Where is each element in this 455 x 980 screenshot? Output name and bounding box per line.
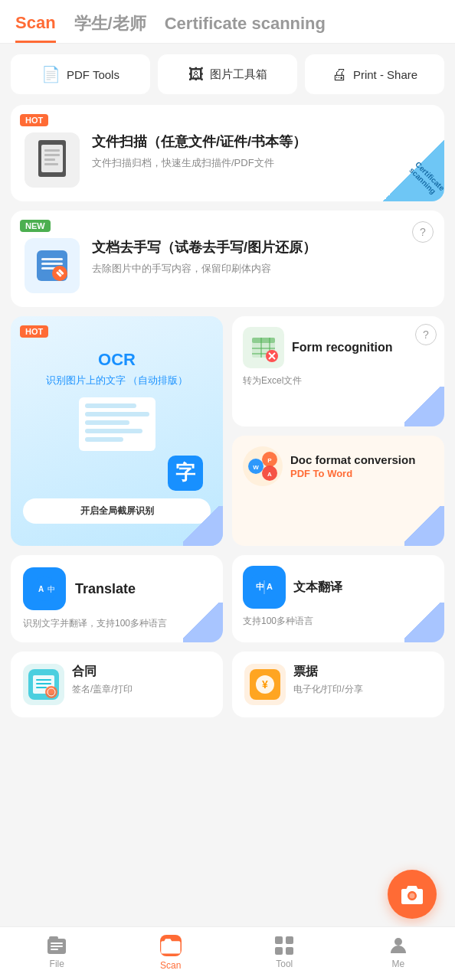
scanner-icon xyxy=(34,139,70,181)
svg-rect-38 xyxy=(36,679,51,681)
nav-tool[interactable]: Tool xyxy=(261,935,307,969)
new-badge: NEW xyxy=(20,220,51,232)
invoice-title: 票据 xyxy=(293,664,363,680)
svg-rect-7 xyxy=(41,258,63,260)
camera-fab-icon xyxy=(400,882,424,906)
nav-scan-label: Scan xyxy=(160,960,181,971)
contract-card[interactable]: 合同 签名/盖章/打印 xyxy=(11,652,223,717)
cert-ribbon-text: Certificatescanning xyxy=(408,160,444,198)
svg-rect-58 xyxy=(286,947,293,955)
remove-handwriting-text: 文档去手写（试卷去手写/图片还原） 去除图片中的手写内容，保留印刷体内容 xyxy=(92,238,316,276)
print-icon: 🖨 xyxy=(332,66,347,83)
translate-ribbon: 记录 xyxy=(183,603,223,642)
form-icon xyxy=(247,332,280,364)
invoice-icon-box: ¥ xyxy=(244,664,286,705)
svg-rect-2 xyxy=(44,149,60,152)
ocr-ribbon: 记录 xyxy=(183,506,223,546)
form-ribbon: 记录 xyxy=(404,387,444,426)
doc-scan-card[interactable]: HOT 文件扫描（任意文件/证件/书本等） 文件扫描归档，快速生成扫描件/PDF… xyxy=(11,105,444,201)
svg-point-41 xyxy=(45,686,57,698)
nav-me-label: Me xyxy=(391,959,404,969)
svg-rect-40 xyxy=(36,687,47,688)
invoice-icon: ¥ xyxy=(248,668,282,701)
text-translate-card[interactable]: 中 A 文本翻译 支持100多种语言 记录 xyxy=(232,555,444,642)
doc-format-icon: W P A xyxy=(245,449,280,484)
svg-rect-49 xyxy=(51,942,63,944)
svg-text:中: 中 xyxy=(47,585,55,593)
question-button[interactable]: ? xyxy=(412,221,434,243)
grid-row-3: 合同 签名/盖章/打印 ¥ 票据 电子化/打印/分享 xyxy=(11,652,444,717)
nav-scan[interactable]: Scan xyxy=(148,933,194,971)
ocr-title: OCR xyxy=(23,350,211,370)
text-translate-ribbon: 记录 xyxy=(404,603,444,642)
svg-rect-4 xyxy=(44,158,55,161)
form-question-button[interactable]: ? xyxy=(415,324,437,345)
doc-scan-icon-box xyxy=(25,132,80,188)
svg-text:¥: ¥ xyxy=(262,678,268,691)
doc-scan-content: 文件扫描（任意文件/证件/书本等） 文件扫描归档，快速生成扫描件/PDF文件 xyxy=(25,132,430,188)
nav-me[interactable]: Me xyxy=(375,935,421,969)
translate-title: Translate xyxy=(75,581,136,597)
tool-buttons-row: 📄 PDF Tools 🖼 图片工具箱 🖨 Print - Share xyxy=(0,44,455,105)
doc-scan-text: 文件扫描（任意文件/证件/书本等） 文件扫描归档，快速生成扫描件/PDF文件 xyxy=(92,132,306,171)
tab-student-teacher[interactable]: 学生/老师 xyxy=(74,12,146,43)
doc-format-ribbon: 记录 xyxy=(404,506,444,546)
ocr-doc-preview xyxy=(79,397,155,451)
tab-scan[interactable]: Scan xyxy=(15,13,56,43)
doc-format-card[interactable]: W P A Doc format conversion PDF To Word xyxy=(232,436,444,546)
svg-rect-15 xyxy=(252,338,275,343)
image-tools-button[interactable]: 🖼 图片工具箱 xyxy=(158,54,297,94)
contract-title: 合同 xyxy=(72,664,133,680)
pdf-icon: 📄 xyxy=(41,65,61,83)
remove-handwriting-subtitle: 去除图片中的手写内容，保留印刷体内容 xyxy=(92,261,316,276)
ocr-card[interactable]: HOT OCR 识别图片上的文字 （自动排版） 字 开启全局截屏识别 xyxy=(11,316,223,546)
svg-text:中: 中 xyxy=(256,582,264,591)
svg-point-54 xyxy=(169,946,172,949)
svg-text:A: A xyxy=(267,471,272,478)
svg-rect-8 xyxy=(41,263,63,265)
contract-icon-box xyxy=(23,664,64,705)
svg-rect-5 xyxy=(44,163,58,165)
svg-rect-3 xyxy=(44,154,60,156)
translate-card[interactable]: A 中 Translate 识别文字并翻译，支持100多种语言 记录 xyxy=(11,555,223,642)
contract-icon xyxy=(27,668,61,701)
nav-tool-label: Tool xyxy=(276,959,293,969)
svg-rect-51 xyxy=(51,949,58,950)
remove-handwriting-card[interactable]: NEW ? 文档去手写（试卷去手写/图片还原） 去除图片中的手写内容，保留印刷体… xyxy=(11,211,444,307)
nav-file-label: File xyxy=(50,959,64,969)
grid-row-2: A 中 Translate 识别文字并翻译，支持100多种语言 记录 xyxy=(11,555,444,642)
tool-nav-icon xyxy=(273,935,295,956)
doc-scan-subtitle: 文件扫描归档，快速生成扫描件/PDF文件 xyxy=(92,155,306,171)
nav-file[interactable]: File xyxy=(34,935,80,969)
doc-format-title: Doc format conversion xyxy=(290,453,415,466)
camera-fab[interactable] xyxy=(388,870,437,919)
ocr-char-display: 字 xyxy=(168,456,203,491)
svg-rect-57 xyxy=(275,947,283,955)
contract-subtitle: 签名/盖章/打印 xyxy=(72,683,133,696)
tab-certificate[interactable]: Certificate scanning xyxy=(165,14,326,41)
form-recognition-card[interactable]: ? xyxy=(232,316,444,426)
svg-text:W: W xyxy=(253,464,259,471)
form-subtitle: 转为Excel文件 xyxy=(243,374,434,387)
invoice-subtitle: 电子化/打印/分享 xyxy=(293,683,363,696)
pdf-tools-button[interactable]: 📄 PDF Tools xyxy=(11,54,150,94)
handwriting-icon xyxy=(34,247,70,284)
bottom-navigation: File Scan Tool Me xyxy=(0,926,455,980)
cards-container: HOT 文件扫描（任意文件/证件/书本等） 文件扫描归档，快速生成扫描件/PDF… xyxy=(0,105,455,803)
pdf-tools-label: PDF Tools xyxy=(67,68,119,81)
doc-scan-title: 文件扫描（任意文件/证件/书本等） xyxy=(92,132,306,151)
doc-format-pdf-label: PDF To Word xyxy=(290,468,352,479)
text-translate-icon-box: 中 A xyxy=(243,566,286,609)
remove-handwriting-content: 文档去手写（试卷去手写/图片还原） 去除图片中的手写内容，保留印刷体内容 xyxy=(25,238,430,293)
svg-rect-39 xyxy=(36,683,51,684)
invoice-card[interactable]: ¥ 票据 电子化/打印/分享 xyxy=(232,652,444,717)
svg-text:P: P xyxy=(267,457,272,464)
form-title: Form recognition xyxy=(292,341,393,354)
svg-rect-50 xyxy=(51,946,63,947)
svg-rect-55 xyxy=(275,936,283,944)
file-nav-icon xyxy=(46,935,67,956)
print-share-button[interactable]: 🖨 Print - Share xyxy=(305,54,444,94)
svg-point-46 xyxy=(410,893,415,899)
svg-point-59 xyxy=(394,938,402,946)
ocr-visual: 字 xyxy=(23,397,211,491)
